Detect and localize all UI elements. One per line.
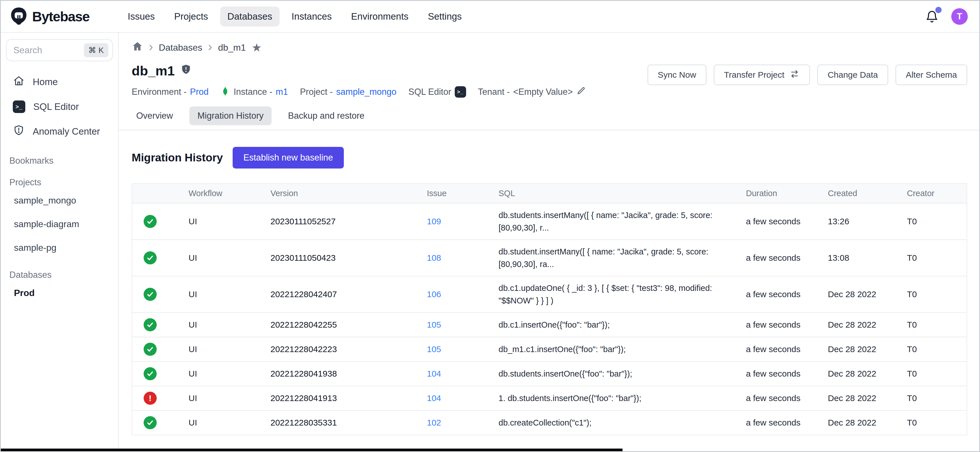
sql-editor-launch-icon[interactable]: >_ [455,86,466,97]
sidebar-project-sample-pg[interactable]: sample-pg [1,237,118,259]
bytebase-logo[interactable]: Bytebase [10,6,120,27]
status-success-icon [144,416,157,429]
table-row[interactable]: UI 20221228042407 106 db.c1.updateOne( {… [132,276,967,313]
sidebar-item-sql-editor[interactable]: >_ SQL Editor [1,95,118,119]
table-row[interactable]: ! UI 20221228041913 104 1. db.students.i… [132,386,967,411]
app-window: Bytebase Issues Projects Databases Insta… [0,0,980,452]
cell-version: 20221228041913 [265,387,421,409]
sidebar: ⌘ K Home >_ SQL Editor [1,33,119,451]
nav-instances[interactable]: Instances [284,6,339,27]
sql-editor-label: SQL Editor [408,87,451,97]
transfer-project-button[interactable]: Transfer Project [714,65,810,85]
col-version: Version [265,184,421,203]
table-row[interactable]: UI 20221228042223 105 db_m1.c1.insertOne… [132,337,967,362]
sync-now-button[interactable]: Sync Now [648,65,706,85]
terminal-icon: >_ [13,101,25,113]
change-data-button[interactable]: Change Data [817,65,888,85]
cell-workflow: UI [183,283,265,305]
main-nav: Issues Projects Databases Instances Envi… [120,6,469,27]
transfer-arrows-icon [789,69,800,81]
environment-label: Environment - [132,87,186,97]
table-row[interactable]: UI 20221228041938 104 db.students.insert… [132,362,967,386]
table-row[interactable]: UI 20230111050423 108 db.student.insertM… [132,240,967,276]
table-row[interactable]: UI 20230111052527 109 db.students.insert… [132,203,967,240]
issue-link[interactable]: 105 [421,338,493,360]
database-meta-row: Environment - Prod Instance - m1 Project… [132,86,598,98]
sidebar-project-sample-diagram[interactable]: sample-diagram [1,214,118,235]
sidebar-project-sample-mongo[interactable]: sample_mongo [1,190,118,211]
avatar[interactable]: T [951,8,968,25]
cell-duration: a few seconds [740,412,822,434]
cell-version: 20230111050423 [265,247,421,269]
cell-creator: T0 [901,247,967,269]
cell-created: Dec 28 2022 [822,387,901,409]
cell-creator: T0 [901,363,967,385]
project-label: Project - [300,87,333,97]
sidebar-item-home[interactable]: Home [1,69,118,95]
sidebar-section-databases: Databases [1,270,118,280]
issue-link[interactable]: 104 [421,387,493,409]
cell-workflow: UI [183,247,265,269]
cell-duration: a few seconds [740,283,822,305]
cell-created: 13:08 [822,247,901,269]
project-link[interactable]: sample_mongo [336,87,396,97]
table-header-row: Workflow Version Issue SQL Duration Crea… [132,184,967,203]
issue-link[interactable]: 105 [421,314,493,336]
cell-creator: T0 [901,314,967,336]
edit-pencil-icon[interactable] [576,86,586,98]
nav-environments[interactable]: Environments [344,6,416,27]
notification-dot [935,7,942,13]
bookmark-star-icon[interactable]: ★ [251,41,262,54]
breadcrumb-databases[interactable]: Databases [159,42,202,53]
tab-overview[interactable]: Overview [128,107,181,125]
sidebar-section-bookmarks: Bookmarks [1,156,118,166]
breadcrumb-current: db_m1 [218,42,246,53]
cell-creator: T0 [901,412,967,434]
search-input[interactable] [13,45,84,56]
cell-created: 13:26 [822,210,901,233]
breadcrumb-separator: › [149,42,153,53]
cell-sql: db.student.insertMany([ { name: "Jacika"… [493,240,740,276]
breadcrumb-home-icon[interactable] [132,41,143,54]
cell-version: 20221228035331 [265,412,421,434]
sidebar-item-label: Home [33,77,58,87]
cell-created: Dec 28 2022 [822,314,901,336]
issue-link[interactable]: 106 [421,283,493,305]
sidebar-section-projects: Projects [1,177,118,188]
issue-link[interactable]: 109 [421,210,493,233]
cell-workflow: UI [183,210,265,233]
establish-baseline-button[interactable]: Establish new baseline [232,147,344,169]
table-row[interactable]: UI 20221228035331 102 db.createCollectio… [132,411,967,434]
alter-schema-button[interactable]: Alter Schema [896,65,967,85]
status-success-icon [144,318,157,331]
cell-workflow: UI [183,338,265,360]
instance-link[interactable]: m1 [276,87,288,97]
issue-link[interactable]: 108 [421,247,493,269]
nav-issues[interactable]: Issues [120,6,162,27]
nav-projects[interactable]: Projects [167,6,215,27]
environment-link[interactable]: Prod [190,87,208,97]
cell-created: Dec 28 2022 [822,338,901,360]
status-success-icon [144,367,157,380]
notification-bell-icon[interactable] [925,10,939,23]
cell-workflow: UI [183,363,265,385]
status-success-icon [144,343,157,356]
nav-settings[interactable]: Settings [420,6,469,27]
cell-creator: T0 [901,283,967,305]
bytebase-logo-icon [10,6,28,27]
table-row[interactable]: UI 20221228042255 105 db.c1.insertOne({"… [132,313,967,337]
sidebar-item-label: SQL Editor [33,101,79,112]
tab-backup-and-restore[interactable]: Backup and restore [280,107,372,125]
cell-workflow: UI [183,314,265,336]
cell-sql: db.c1.insertOne({"foo": "bar"}); [493,313,740,337]
instance-label: Instance - [234,87,272,97]
issue-link[interactable]: 102 [421,412,493,434]
issue-link[interactable]: 104 [421,363,493,385]
tab-migration-history[interactable]: Migration History [189,107,272,125]
cell-created: Dec 28 2022 [822,283,901,305]
nav-databases[interactable]: Databases [220,6,280,27]
cell-version: 20221228042255 [265,314,421,336]
sidebar-item-anomaly-center[interactable]: Anomaly Center [1,119,118,144]
status-success-icon [144,288,157,301]
sidebar-database-prod[interactable]: Prod [1,283,118,304]
